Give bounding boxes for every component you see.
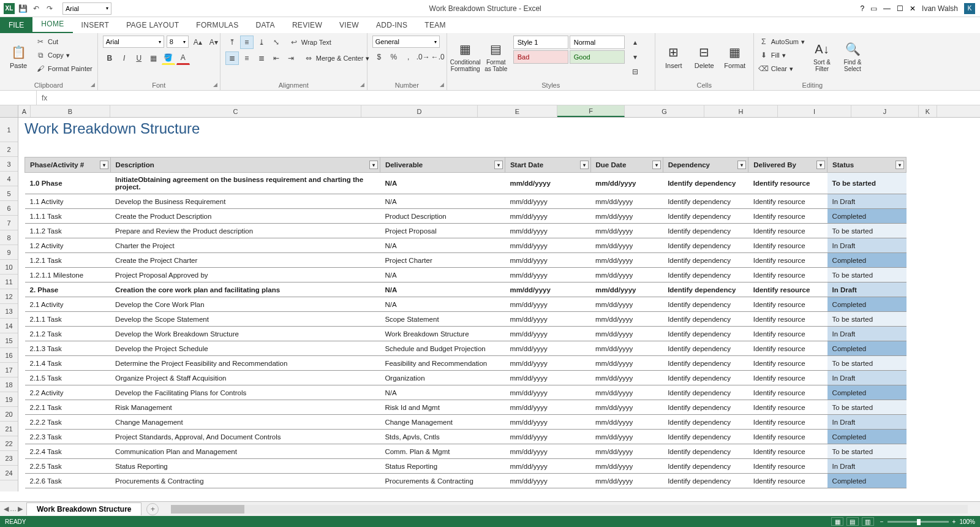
filter-icon[interactable]: ▾: [895, 161, 904, 169]
italic-button[interactable]: I: [118, 51, 131, 65]
row-header-1[interactable]: 1: [0, 118, 18, 142]
sort-filter-button[interactable]: A↓Sort & Filter: [809, 36, 835, 76]
table-cell[interactable]: To be started: [827, 444, 907, 459]
table-cell[interactable]: Develop the Scope Statement: [110, 312, 380, 327]
qat-font-select[interactable]: Arial▾: [62, 2, 111, 15]
table-cell[interactable]: Identify dependency: [663, 459, 748, 474]
table-row[interactable]: 1.1.2 TaskPrepare and Review the Product…: [25, 224, 907, 238]
table-cell[interactable]: mm/dd/yyyy: [590, 327, 663, 341]
tab-file[interactable]: FILE: [0, 17, 32, 33]
table-cell[interactable]: N/A: [380, 268, 505, 282]
table-cell[interactable]: mm/dd/yyyy: [505, 312, 590, 327]
table-cell[interactable]: Completed: [827, 253, 907, 268]
row-header-3[interactable]: 3: [0, 157, 18, 172]
table-cell[interactable]: Change Management: [380, 415, 505, 430]
table-cell[interactable]: Completed: [827, 297, 907, 312]
col-header-A[interactable]: A: [18, 105, 31, 117]
dialog-launcher-icon[interactable]: ◢: [213, 82, 217, 88]
table-cell[interactable]: InitiateObtaining agreement on the busin…: [110, 173, 380, 194]
fill-color-button[interactable]: 🪣: [162, 51, 175, 65]
table-cell[interactable]: 2.1.4 Task: [25, 356, 111, 371]
cut-button[interactable]: ✂Cut: [36, 36, 92, 48]
row-header-13[interactable]: 13: [0, 304, 18, 319]
table-header[interactable]: Start Date▾: [505, 157, 590, 173]
table-header[interactable]: Status▾: [827, 157, 907, 173]
table-row[interactable]: 1.0 PhaseInitiateObtaining agreement on …: [25, 173, 907, 194]
table-cell[interactable]: mm/dd/yyyy: [590, 459, 663, 474]
row-header-21[interactable]: 21: [0, 422, 18, 436]
table-cell[interactable]: Completed: [827, 474, 907, 488]
table-cell[interactable]: Organization: [380, 371, 505, 385]
table-cell[interactable]: Develop the Work Breakdown Structure: [110, 327, 380, 341]
table-header[interactable]: Dependency▾: [663, 157, 748, 173]
table-cell[interactable]: N/A: [380, 297, 505, 312]
table-cell[interactable]: Identify resource: [748, 400, 827, 415]
table-cell[interactable]: mm/dd/yyyy: [590, 400, 663, 415]
copy-button[interactable]: ⧉Copy ▾: [36, 49, 92, 61]
zoom-slider[interactable]: [888, 521, 949, 523]
table-cell[interactable]: mm/dd/yyyy: [590, 194, 663, 209]
font-size-select[interactable]: 8▾: [167, 36, 189, 48]
table-header[interactable]: Delivered By▾: [748, 157, 827, 173]
table-cell[interactable]: Completed: [827, 430, 907, 444]
tab-team[interactable]: TEAM: [416, 17, 454, 33]
table-cell[interactable]: 2.1.2 Task: [25, 327, 111, 341]
table-cell[interactable]: Identify resource: [748, 341, 827, 356]
table-cell[interactable]: Identify dependency: [663, 385, 748, 400]
table-cell[interactable]: Determine the Project Feasibility and Re…: [110, 356, 380, 371]
table-cell[interactable]: Identify resource: [748, 312, 827, 327]
table-cell[interactable]: mm/dd/yyyy: [590, 268, 663, 282]
redo-icon[interactable]: ↷: [44, 3, 55, 14]
table-cell[interactable]: Develop the Facilitating Plans for Contr…: [110, 385, 380, 400]
tab-home[interactable]: HOME: [32, 16, 72, 33]
table-row[interactable]: 2.2.2 TaskChange ManagementChange Manage…: [25, 415, 907, 430]
style-normal[interactable]: Normal: [570, 36, 625, 49]
insert-cells-button[interactable]: ⊞Insert: [660, 36, 687, 76]
row-header-9[interactable]: 9: [0, 245, 18, 260]
zoom-level[interactable]: 100%: [959, 518, 975, 525]
tab-insert[interactable]: INSERT: [73, 17, 118, 33]
table-cell[interactable]: Product Description: [380, 209, 505, 224]
horizontal-scrollbar[interactable]: [171, 505, 968, 514]
table-cell[interactable]: Identify resource: [748, 371, 827, 385]
table-cell[interactable]: mm/dd/yyyy: [590, 173, 663, 194]
table-row[interactable]: 2.1.4 TaskDetermine the Project Feasibil…: [25, 356, 907, 371]
table-cell[interactable]: Identify dependency: [663, 341, 748, 356]
table-cell[interactable]: Status Reporting: [380, 459, 505, 474]
filter-icon[interactable]: ▾: [100, 161, 108, 169]
row-header-6[interactable]: 6: [0, 201, 18, 216]
col-header-B[interactable]: B: [31, 105, 110, 117]
align-top-icon[interactable]: ⤒: [225, 36, 239, 49]
table-cell[interactable]: Identify dependency: [663, 371, 748, 385]
increase-indent-icon[interactable]: ⇥: [284, 51, 298, 65]
select-all-corner[interactable]: [0, 105, 18, 117]
table-cell[interactable]: Identify resource: [748, 474, 827, 488]
table-row[interactable]: 2.2.1 TaskRisk ManagementRisk Id and Mgm…: [25, 400, 907, 415]
col-header-H[interactable]: H: [704, 105, 778, 117]
table-cell[interactable]: Identify resource: [748, 209, 827, 224]
undo-icon[interactable]: ↶: [31, 3, 42, 14]
name-box[interactable]: [0, 91, 37, 105]
table-cell[interactable]: Identify dependency: [663, 238, 748, 253]
decrease-indent-icon[interactable]: ⇤: [270, 51, 283, 65]
table-cell[interactable]: Identify resource: [748, 327, 827, 341]
align-right-icon[interactable]: ≣: [255, 51, 268, 65]
col-header-F[interactable]: F: [557, 105, 625, 117]
table-cell[interactable]: Identify dependency: [663, 209, 748, 224]
table-cell[interactable]: N/A: [380, 194, 505, 209]
row-header-4[interactable]: 4: [0, 172, 18, 186]
delete-cells-button[interactable]: ⊟Delete: [691, 36, 718, 76]
table-cell[interactable]: Risk Management: [110, 400, 380, 415]
row-header-7[interactable]: 7: [0, 216, 18, 230]
table-row[interactable]: 2.1 ActivityDevelop the Core Work PlanN/…: [25, 297, 907, 312]
row-header-10[interactable]: 10: [0, 260, 18, 275]
table-cell[interactable]: N/A: [380, 385, 505, 400]
table-cell[interactable]: mm/dd/yyyy: [505, 459, 590, 474]
table-cell[interactable]: Create the Product Description: [110, 209, 380, 224]
table-cell[interactable]: mm/dd/yyyy: [590, 371, 663, 385]
table-row[interactable]: 2.2.4 TaskCommunication Plan and Managem…: [25, 444, 907, 459]
table-cell[interactable]: Identify resource: [748, 282, 827, 297]
style-good[interactable]: Good: [570, 50, 625, 64]
maximize-icon[interactable]: ☐: [897, 4, 903, 13]
table-cell[interactable]: mm/dd/yyyy: [505, 297, 590, 312]
